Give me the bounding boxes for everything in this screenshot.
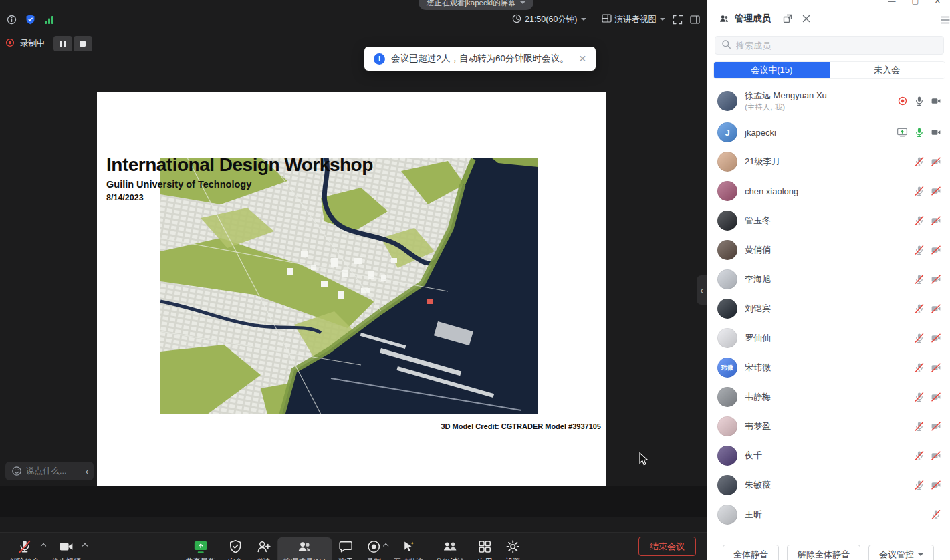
member-row[interactable]: 夜千 [707, 441, 950, 470]
maximize-icon[interactable]: ▢ [911, 0, 918, 5]
camera-on-icon[interactable] [931, 96, 941, 106]
member-row[interactable]: 21级李月 [707, 147, 950, 176]
panel-menu-icon[interactable] [941, 15, 950, 27]
emoji-icon[interactable] [5, 466, 26, 476]
member-row[interactable]: 王昕 [707, 500, 950, 529]
toolbar-item-label: 共享屏幕 [186, 557, 215, 560]
toolbar-stop-video[interactable]: 停止视频 [45, 537, 87, 560]
end-meeting-button[interactable]: 结束会议 [638, 537, 696, 556]
member-row[interactable]: 罗仙仙 [707, 323, 950, 353]
security-shield-icon[interactable] [25, 14, 35, 25]
member-row[interactable]: 朱敏薇 [707, 470, 950, 500]
camera-off-icon[interactable] [931, 215, 941, 226]
view-mode-selector[interactable]: 演讲者视图 [602, 14, 666, 25]
fullscreen-icon[interactable] [673, 15, 683, 25]
toolbar-settings[interactable]: 设置 [499, 537, 527, 560]
clock-icon [512, 14, 521, 25]
sidebar-toggle-icon[interactable] [690, 15, 700, 24]
member-row[interactable]: Jjkapecki [707, 118, 950, 147]
member-row[interactable]: 黄俏俏 [707, 235, 950, 265]
mic-muted-icon[interactable] [931, 509, 941, 520]
mic-muted-icon[interactable] [914, 480, 925, 491]
camera-off-icon[interactable] [931, 450, 941, 461]
member-search[interactable] [715, 36, 944, 55]
toolbar-invite[interactable]: 邀请 [249, 537, 277, 560]
network-signal-icon[interactable] [44, 15, 55, 24]
mic-muted-icon[interactable] [914, 333, 925, 343]
toolbar-record[interactable]: 录制 [360, 537, 388, 560]
toolbar-breakout[interactable]: 分组讨论 [429, 537, 471, 560]
tab-in-meeting[interactable]: 会议中(15) [714, 62, 830, 78]
close-window-icon[interactable]: ✕ [935, 0, 941, 5]
camera-off-icon[interactable] [931, 156, 941, 167]
stop-recording-button[interactable] [74, 36, 92, 51]
mic-muted-icon[interactable] [914, 450, 925, 461]
camera-off-icon[interactable] [931, 333, 941, 343]
mic-idle-icon[interactable] [914, 96, 925, 106]
camera-off-icon[interactable] [931, 480, 941, 491]
meeting-info-icon[interactable] [7, 15, 17, 25]
member-status-icons [931, 509, 941, 520]
member-row[interactable]: 管玉冬 [707, 206, 950, 235]
camera-off-icon[interactable] [931, 274, 941, 285]
chevron-up-icon[interactable] [82, 543, 88, 549]
collapse-panel-handle[interactable]: ‹ [697, 275, 707, 305]
toolbar-share-screen[interactable]: 共享屏幕 [180, 537, 221, 560]
mute-all-button[interactable]: 全体静音 [723, 545, 779, 560]
tab-not-joined[interactable]: 未入会 [830, 62, 945, 78]
meeting-timer[interactable]: 21:50(60分钟) [512, 14, 586, 25]
toolbar-security[interactable]: 安全 [221, 537, 249, 560]
avatar [717, 91, 737, 111]
member-name-block: 王昕 [745, 509, 762, 521]
camera-off-icon[interactable] [931, 362, 941, 373]
close-panel-icon[interactable] [802, 15, 810, 23]
minimize-icon[interactable]: — [888, 0, 895, 5]
mic-muted-icon[interactable] [914, 303, 925, 314]
toolbar-unmute[interactable]: 解除静音 [4, 537, 45, 560]
collapse-chat-icon[interactable]: ‹ [80, 462, 94, 480]
mic-muted-icon[interactable] [914, 215, 925, 226]
mic-muted-icon[interactable] [914, 274, 925, 285]
mic-muted-icon[interactable] [914, 421, 925, 432]
camera-on-icon[interactable] [931, 127, 941, 138]
mic-muted-icon[interactable] [914, 186, 925, 196]
recording-indicator-icon [897, 96, 908, 106]
toolbar-members[interactable]: 管理成员(15) [277, 537, 332, 560]
toolbar-chat[interactable]: 聊天 [332, 537, 360, 560]
watching-banner[interactable]: 您正在观看jkapecki的屏幕 [419, 0, 533, 10]
mic-muted-icon[interactable] [914, 392, 925, 402]
quick-chat-input[interactable] [26, 466, 80, 476]
member-row[interactable]: 李海旭 [707, 265, 950, 294]
mic-on-icon[interactable] [914, 127, 925, 138]
popout-panel-icon[interactable] [783, 14, 792, 23]
camera-off-icon[interactable] [931, 186, 941, 196]
unmute-all-button[interactable]: 解除全体静音 [787, 545, 860, 560]
quick-chat-bar[interactable]: ‹ [5, 462, 94, 480]
member-row[interactable]: 韦梦盈 [707, 412, 950, 441]
member-row[interactable]: chen xiaolong [707, 176, 950, 206]
camera-off-icon[interactable] [931, 421, 941, 432]
mic-muted-icon[interactable] [914, 156, 925, 167]
avatar [717, 387, 737, 407]
close-notification-icon[interactable]: ✕ [579, 53, 587, 64]
camera-off-icon[interactable] [931, 245, 941, 255]
toolbar-apps[interactable]: 应用 [471, 537, 499, 560]
camera-off-icon[interactable] [931, 392, 941, 402]
member-search-input[interactable] [736, 41, 937, 51]
member-row[interactable]: 徐孟远 Mengyuan Xu(主持人, 我) [707, 84, 950, 118]
member-row[interactable]: 韦静梅 [707, 382, 950, 412]
member-row[interactable]: 刘铠宾 [707, 294, 950, 323]
camera-off-icon[interactable] [931, 303, 941, 314]
toolbar-annotate[interactable]: 互动批注 [388, 537, 429, 560]
avatar [717, 211, 737, 231]
pause-recording-button[interactable] [53, 36, 72, 51]
mic-muted-icon[interactable] [914, 245, 925, 255]
meeting-control-button[interactable]: 会议管控 [868, 545, 934, 560]
members-icon [719, 13, 729, 24]
member-name: 王昕 [745, 509, 762, 521]
member-row[interactable]: 玮微宋玮微 [707, 353, 950, 382]
mic-muted-icon[interactable] [914, 362, 925, 373]
member-status-icons [897, 127, 941, 138]
member-status-icons [914, 215, 941, 226]
info-badge-icon: i [374, 53, 385, 65]
